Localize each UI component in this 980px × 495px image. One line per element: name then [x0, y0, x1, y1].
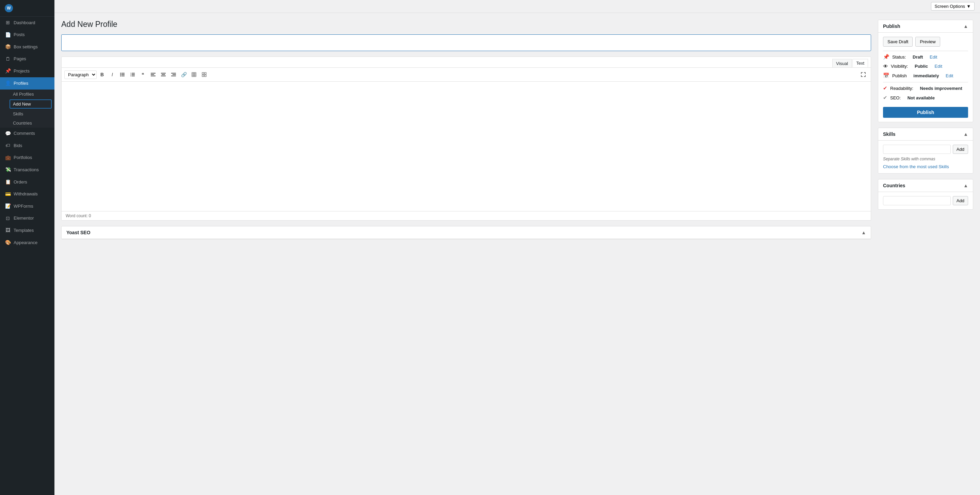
link-button[interactable]: 🔗 — [179, 70, 189, 79]
skills-input[interactable] — [883, 145, 951, 154]
preview-button[interactable]: Preview — [915, 37, 940, 47]
tab-visual[interactable]: Visual — [832, 59, 852, 67]
sidebar-item-orders[interactable]: 📋 Orders — [0, 176, 54, 188]
bold-button[interactable]: B — [97, 70, 107, 79]
sidebar-label-posts: Posts — [14, 32, 25, 38]
sidebar-item-posts[interactable]: 📄 Posts — [0, 29, 54, 41]
sidebar-logo: W — [0, 0, 54, 17]
skills-panel: Skills ▲ Add Separate Skills with commas… — [878, 128, 973, 173]
word-count-label: Word count: — [66, 213, 88, 218]
italic-button[interactable]: I — [108, 70, 117, 79]
sidebar-label-box-settings: Box settings — [14, 44, 38, 50]
post-title-input[interactable] — [61, 34, 871, 51]
yoast-seo-collapse-icon: ▲ — [861, 230, 866, 235]
blockquote-button[interactable]: ❝ — [138, 70, 148, 79]
publish-button[interactable]: Publish — [883, 107, 968, 118]
status-value: Draft — [913, 54, 923, 60]
screen-options-button[interactable]: Screen Options ▼ — [931, 2, 975, 11]
sidebar-item-bids[interactable]: 🏷 Bids — [0, 140, 54, 152]
readability-row: ✔ Readability: Needs improvement — [883, 85, 968, 91]
sidebar-item-countries[interactable]: Countries — [0, 118, 54, 128]
sidebar-item-appearance[interactable]: 🎨 Appearance — [0, 237, 54, 249]
sidebar-label-portfolios: Portfolios — [14, 154, 32, 161]
sidebar-item-comments[interactable]: 💬 Comments — [0, 128, 54, 140]
sidebar-label-elementor: Elementor — [14, 215, 34, 221]
align-left-button[interactable] — [148, 70, 158, 79]
sidebar-label-projects: Projects — [14, 68, 30, 74]
table-button[interactable] — [189, 70, 199, 79]
sidebar-item-add-new[interactable]: Add New — [10, 99, 52, 108]
format-select[interactable]: Paragraph — [64, 70, 97, 79]
svg-rect-27 — [205, 73, 206, 74]
svg-rect-13 — [151, 74, 154, 75]
unordered-list-button[interactable] — [118, 70, 127, 79]
projects-icon: 📌 — [5, 68, 11, 75]
sidebar-item-skills[interactable]: Skills — [0, 109, 54, 118]
sidebar-item-portfolios[interactable]: 💼 Portfolios — [0, 152, 54, 164]
save-draft-button[interactable]: Save Draft — [883, 37, 913, 47]
page-title: Add New Profile — [61, 20, 871, 29]
countries-panel-title: Countries — [883, 183, 905, 188]
sidebar-item-templates[interactable]: 🖼 Templates — [0, 224, 54, 237]
sidebar-item-box-settings[interactable]: 📦 Box settings — [0, 41, 54, 53]
status-icon: 📌 — [883, 54, 889, 60]
sidebar-label-dashboard: Dashboard — [14, 20, 35, 26]
svg-rect-14 — [151, 76, 156, 76]
countries-panel-header[interactable]: Countries ▲ — [878, 180, 973, 192]
sidebar-item-pages[interactable]: 🗒 Pages — [0, 53, 54, 65]
sidebar-item-dashboard[interactable]: ⊞ Dashboard — [0, 17, 54, 29]
sidebar-panels: Publish ▲ Save Draft Preview 📌 Status: D… — [878, 20, 973, 488]
skills-most-used-link[interactable]: Choose from the most used Skills — [883, 164, 949, 169]
visibility-edit-link[interactable]: Edit — [935, 64, 942, 69]
calendar-icon: 📅 — [883, 73, 889, 79]
countries-input[interactable] — [883, 196, 951, 205]
sidebar-item-profiles[interactable]: 👤 Profiles — [0, 77, 54, 89]
status-edit-link[interactable]: Edit — [930, 54, 937, 60]
seo-row: ✔ SEO: Not available — [883, 95, 968, 101]
editor-tabs: Visual Text — [62, 57, 871, 68]
yoast-seo-header[interactable]: Yoast SEO ▲ — [62, 226, 871, 239]
skills-add-button[interactable]: Add — [953, 145, 968, 154]
wp-icon: W — [5, 4, 13, 12]
editor-wrapper: Visual Text Paragraph B I — [61, 57, 871, 221]
profiles-icon: 👤 — [5, 80, 11, 87]
svg-rect-2 — [121, 76, 124, 76]
publish-panel-title: Publish — [883, 24, 900, 29]
fullscreen-button[interactable] — [859, 70, 868, 79]
ordered-list-button[interactable]: 123 — [128, 70, 137, 79]
screen-options-label: Screen Options — [935, 4, 966, 9]
box-settings-icon: 📦 — [5, 44, 11, 50]
publish-panel-header[interactable]: Publish ▲ — [878, 20, 973, 33]
tab-text[interactable]: Text — [853, 59, 868, 67]
sidebar-item-all-profiles[interactable]: All Profiles — [0, 89, 54, 99]
sidebar-label-orders: Orders — [14, 179, 27, 185]
templates-icon: 🖼 — [5, 227, 11, 234]
align-right-button[interactable] — [169, 70, 178, 79]
more-button[interactable] — [199, 70, 209, 79]
publish-collapse-icon: ▲ — [963, 24, 968, 29]
skills-panel-header[interactable]: Skills ▲ — [878, 128, 973, 141]
publish-time-edit-link[interactable]: Edit — [946, 73, 953, 78]
sidebar-item-elementor[interactable]: ⊡ Elementor — [0, 212, 54, 225]
countries-panel-body: Add — [878, 192, 973, 209]
sidebar-label-appearance: Appearance — [14, 240, 37, 246]
status-row: 📌 Status: Draft Edit — [883, 54, 968, 60]
countries-add-button[interactable]: Add — [953, 196, 968, 205]
svg-rect-20 — [171, 76, 176, 76]
sidebar-sub-menu: All Profiles Add New Skills Countries — [0, 89, 54, 128]
seo-icon: ✔ — [883, 95, 888, 101]
sidebar-item-transactions[interactable]: 💸 Transactions — [0, 164, 54, 176]
editor-body[interactable] — [62, 82, 871, 211]
sidebar-item-projects[interactable]: 📌 Projects — [0, 65, 54, 77]
portfolios-icon: 💼 — [5, 154, 11, 161]
visibility-icon: 👁 — [883, 63, 888, 69]
svg-point-4 — [120, 74, 121, 75]
publish-time-row: 📅 Publish immediately Edit — [883, 73, 968, 79]
sidebar-item-withdrawals[interactable]: 💳 Withdrawals — [0, 188, 54, 201]
pages-icon: 🗒 — [5, 56, 11, 63]
word-count-value: 0 — [89, 213, 91, 218]
svg-rect-18 — [171, 73, 176, 73]
align-center-button[interactable] — [159, 70, 168, 79]
svg-rect-29 — [205, 75, 206, 76]
sidebar-item-wpforms[interactable]: 📝 WPForms — [0, 200, 54, 212]
